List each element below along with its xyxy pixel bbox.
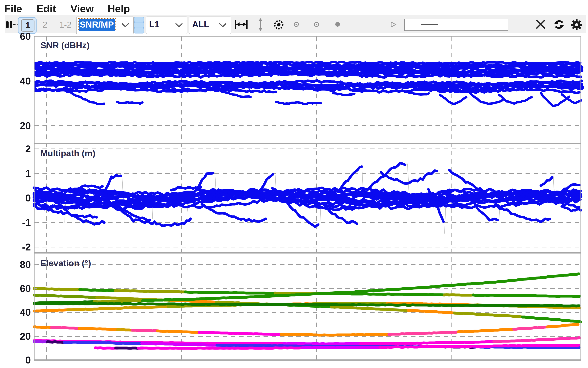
svg-text:20: 20 — [20, 120, 31, 131]
svg-text:2: 2 — [25, 143, 31, 154]
svg-text:Elevation (°): Elevation (°) — [40, 258, 91, 268]
svg-text:-1: -1 — [22, 217, 31, 228]
svg-text:SNR (dBHz): SNR (dBHz) — [40, 40, 89, 50]
svg-text:Multipath (m): Multipath (m) — [40, 148, 95, 158]
svg-text:60: 60 — [20, 31, 31, 42]
svg-text:0: 0 — [25, 193, 31, 203]
svg-text:20: 20 — [20, 331, 31, 342]
svg-text:40: 40 — [20, 307, 31, 318]
svg-text:80: 80 — [20, 259, 31, 270]
svg-text:0: 0 — [25, 355, 31, 366]
svg-text:60: 60 — [20, 283, 31, 294]
svg-text:40: 40 — [20, 75, 31, 87]
svg-text:-2: -2 — [22, 241, 31, 253]
svg-text:1: 1 — [25, 168, 31, 179]
